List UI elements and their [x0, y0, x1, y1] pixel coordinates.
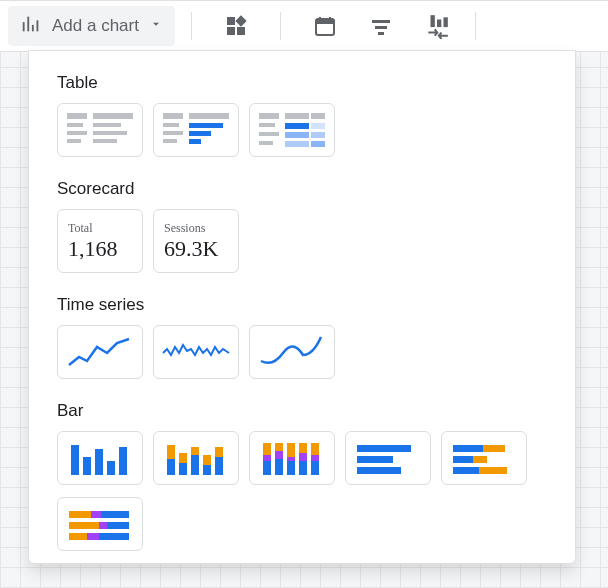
svg-rect-26	[163, 113, 183, 119]
svg-rect-31	[189, 131, 211, 136]
scorecard-label: Sessions	[164, 221, 205, 236]
svg-rect-63	[263, 455, 271, 461]
toolbar: Add a chart	[0, 0, 608, 52]
section-label-bar: Bar	[57, 401, 547, 421]
chart-timeseries-sparkline[interactable]	[153, 325, 239, 379]
svg-rect-51	[167, 459, 175, 475]
section-table: Table	[57, 73, 547, 157]
community-visualizations-icon[interactable]	[214, 6, 258, 46]
data-control-icon[interactable]	[415, 6, 459, 46]
chart-bar-horizontal-stacked[interactable]	[441, 431, 527, 485]
chart-bar-horizontal[interactable]	[345, 431, 431, 485]
bar-chart-icon	[20, 13, 42, 40]
svg-rect-7	[235, 15, 246, 26]
add-chart-label: Add a chart	[52, 16, 139, 36]
svg-rect-72	[299, 453, 307, 461]
svg-rect-57	[203, 465, 211, 475]
section-scorecard: Scorecard Total 1,168 Sessions 69.3K	[57, 179, 547, 273]
svg-rect-58	[203, 455, 211, 465]
svg-rect-47	[83, 457, 91, 475]
section-bar: Bar	[57, 401, 547, 551]
svg-rect-27	[189, 113, 229, 119]
chart-table-heatmap[interactable]	[249, 103, 335, 157]
svg-rect-38	[285, 123, 309, 129]
separator	[280, 12, 281, 40]
section-label-scorecard: Scorecard	[57, 179, 547, 199]
svg-rect-77	[357, 456, 393, 463]
chart-bar-vertical[interactable]	[57, 431, 143, 485]
svg-rect-71	[299, 443, 307, 453]
chart-scorecard-total[interactable]: Total 1,168	[57, 209, 143, 273]
svg-rect-89	[69, 522, 99, 529]
svg-rect-33	[189, 139, 201, 144]
chart-table-bars[interactable]	[153, 103, 239, 157]
svg-rect-50	[119, 447, 127, 475]
svg-rect-65	[275, 443, 283, 451]
section-label-table: Table	[57, 73, 547, 93]
chart-scorecard-compact[interactable]: Sessions 69.3K	[153, 209, 239, 273]
svg-rect-81	[453, 456, 473, 463]
svg-rect-46	[71, 445, 79, 475]
separator	[191, 12, 192, 40]
svg-rect-84	[479, 467, 507, 474]
svg-rect-86	[69, 511, 91, 518]
chart-table-plain[interactable]	[57, 103, 143, 157]
svg-rect-79	[453, 445, 483, 452]
chart-bar-horizontal-100-stacked[interactable]	[57, 497, 143, 551]
svg-rect-87	[91, 511, 101, 518]
svg-rect-34	[259, 113, 279, 119]
chart-bar-100-stacked[interactable]	[249, 431, 335, 485]
svg-rect-35	[285, 113, 309, 119]
svg-rect-42	[311, 132, 325, 138]
chart-bar-stacked[interactable]	[153, 431, 239, 485]
svg-rect-76	[357, 445, 411, 452]
svg-rect-9	[316, 19, 334, 24]
svg-rect-5	[227, 27, 235, 35]
svg-rect-32	[163, 139, 177, 143]
svg-rect-66	[275, 451, 283, 459]
add-chart-button[interactable]: Add a chart	[8, 6, 175, 46]
svg-rect-15	[430, 15, 434, 27]
svg-rect-14	[378, 32, 384, 35]
svg-rect-28	[163, 123, 179, 127]
svg-rect-60	[215, 447, 223, 457]
svg-rect-62	[263, 443, 271, 455]
svg-rect-80	[483, 445, 505, 452]
svg-rect-22	[67, 131, 87, 135]
svg-rect-30	[163, 131, 183, 135]
svg-rect-43	[259, 141, 273, 145]
svg-rect-41	[285, 132, 309, 138]
svg-rect-23	[93, 131, 127, 135]
svg-rect-29	[189, 123, 223, 128]
scorecard-value: 69.3K	[164, 236, 218, 262]
svg-rect-17	[443, 17, 447, 27]
svg-rect-56	[191, 447, 199, 455]
svg-rect-82	[473, 456, 487, 463]
svg-rect-59	[215, 457, 223, 475]
svg-rect-68	[287, 443, 295, 457]
date-range-icon[interactable]	[303, 6, 347, 46]
svg-rect-49	[107, 461, 115, 475]
svg-rect-53	[179, 463, 187, 475]
filter-control-icon[interactable]	[359, 6, 403, 46]
svg-rect-52	[167, 445, 175, 459]
svg-rect-40	[259, 132, 279, 136]
svg-rect-90	[99, 522, 107, 529]
svg-rect-24	[67, 139, 81, 143]
svg-rect-83	[453, 467, 479, 474]
svg-rect-4	[227, 17, 235, 25]
svg-rect-21	[93, 123, 121, 127]
svg-rect-19	[93, 113, 133, 119]
separator	[475, 12, 476, 40]
svg-rect-69	[287, 457, 295, 461]
svg-rect-37	[259, 123, 275, 127]
chart-timeseries-line[interactable]	[57, 325, 143, 379]
svg-rect-55	[191, 455, 199, 475]
svg-rect-25	[93, 139, 117, 143]
svg-rect-93	[87, 533, 99, 540]
scorecard-label: Total	[68, 221, 93, 236]
svg-rect-48	[95, 449, 103, 475]
chart-type-dropdown: Table	[28, 50, 576, 564]
chart-timeseries-smooth[interactable]	[249, 325, 335, 379]
svg-rect-16	[437, 20, 441, 28]
